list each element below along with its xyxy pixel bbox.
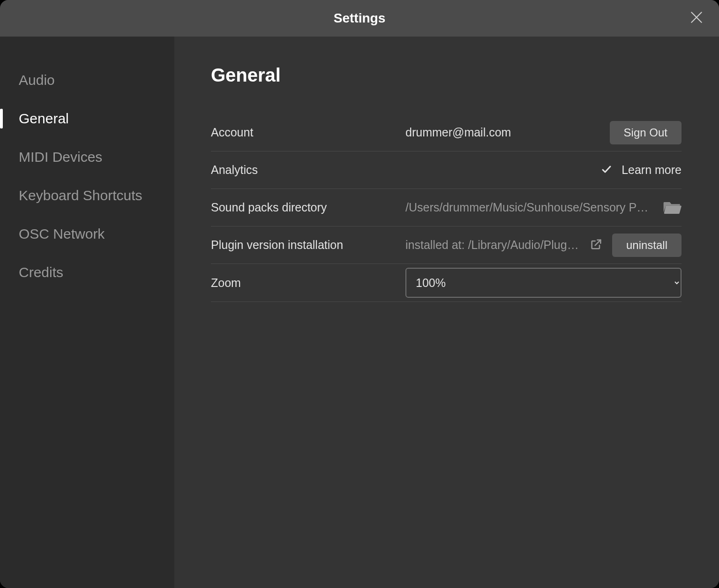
sidebar-item-label: General: [19, 111, 69, 127]
settings-rows: Account drummer@mail.com Sign Out Analyt…: [211, 114, 682, 302]
window-title: Settings: [334, 11, 385, 26]
sound-packs-path: /Users/drummer/Music/Sunhouse/Sensory P…: [405, 201, 653, 214]
row-analytics: Analytics Learn more: [211, 151, 682, 189]
window-body: Audio General MIDI Devices Keyboard Shor…: [0, 37, 719, 588]
account-label: Account: [211, 126, 396, 139]
page-title: General: [211, 65, 682, 86]
sound-packs-label: Sound packs directory: [211, 201, 396, 214]
plugin-status: installed at: /Library/Audio/Plug-I…: [405, 238, 580, 252]
titlebar: Settings: [0, 0, 719, 37]
uninstall-button[interactable]: uninstall: [612, 234, 682, 257]
sidebar-item-general[interactable]: General: [0, 99, 174, 138]
sidebar: Audio General MIDI Devices Keyboard Shor…: [0, 37, 174, 588]
zoom-select[interactable]: 50%75%100%125%150%200%: [405, 268, 682, 298]
row-account: Account drummer@mail.com Sign Out: [211, 114, 682, 151]
row-sound-packs: Sound packs directory /Users/drummer/Mus…: [211, 189, 682, 226]
sidebar-item-label: MIDI Devices: [19, 149, 102, 165]
zoom-label: Zoom: [211, 276, 396, 290]
sidebar-item-midi-devices[interactable]: MIDI Devices: [0, 138, 174, 176]
sidebar-item-label: Credits: [19, 264, 63, 280]
row-zoom: Zoom 50%75%100%125%150%200%: [211, 264, 682, 302]
sidebar-item-osc-network[interactable]: OSC Network: [0, 215, 174, 253]
sidebar-item-label: Keyboard Shortcuts: [19, 188, 142, 204]
sidebar-item-credits[interactable]: Credits: [0, 253, 174, 292]
analytics-label: Analytics: [211, 163, 396, 177]
sign-out-button[interactable]: Sign Out: [610, 121, 682, 144]
external-link-icon[interactable]: [590, 238, 603, 253]
analytics-learn-more-link[interactable]: Learn more: [622, 163, 682, 177]
row-plugin: Plugin version installation installed at…: [211, 226, 682, 264]
settings-window: Settings Audio General MIDI Devices Keyb…: [0, 0, 719, 588]
sidebar-item-keyboard-shortcuts[interactable]: Keyboard Shortcuts: [0, 176, 174, 215]
sidebar-item-label: OSC Network: [19, 226, 105, 242]
main-panel: General Account drummer@mail.com Sign Ou…: [174, 37, 719, 588]
close-icon: [689, 10, 704, 27]
sidebar-item-label: Audio: [19, 72, 55, 88]
folder-open-icon[interactable]: [663, 199, 682, 217]
sidebar-item-audio[interactable]: Audio: [0, 61, 174, 99]
account-email: drummer@mail.com: [405, 126, 600, 139]
plugin-label: Plugin version installation: [211, 238, 396, 252]
check-icon[interactable]: [601, 164, 612, 177]
close-button[interactable]: [687, 9, 706, 28]
